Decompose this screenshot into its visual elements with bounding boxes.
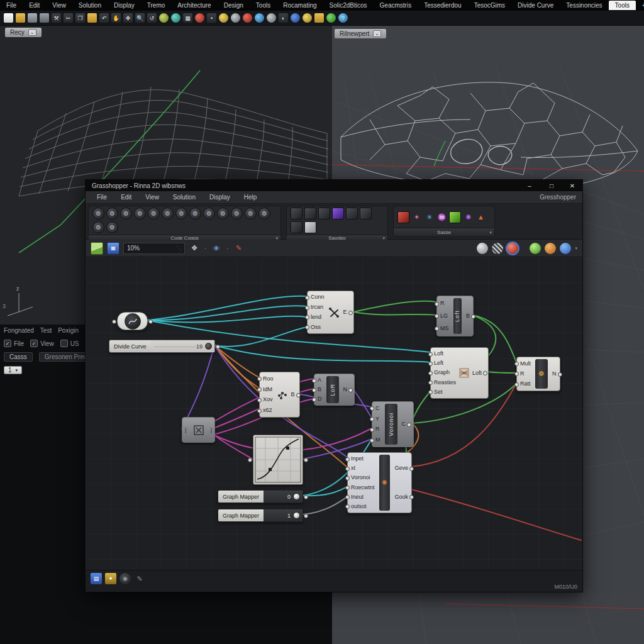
pen-icon[interactable]: ✎ bbox=[134, 573, 145, 584]
slider-knob[interactable] bbox=[293, 512, 300, 519]
big-voronoi-component[interactable]: Inpet xt Voronoi Roecwtnt Ineut outsot ✺… bbox=[347, 452, 412, 513]
gear-icon[interactable]: ⚙ bbox=[217, 208, 229, 219]
export-image-icon[interactable] bbox=[91, 242, 103, 255]
shaded-preview-icon[interactable] bbox=[492, 243, 503, 254]
component-icon[interactable] bbox=[346, 208, 358, 219]
input-port[interactable]: outsot bbox=[351, 503, 375, 510]
close-button[interactable]: ✕ bbox=[564, 180, 581, 191]
input-port[interactable]: Reasties bbox=[434, 379, 456, 386]
sketch-pen-icon[interactable]: ✎ bbox=[233, 243, 245, 254]
input-port[interactable]: Roecwtnt bbox=[351, 484, 375, 491]
graph-mapper-panel[interactable] bbox=[253, 435, 303, 485]
output-port[interactable]: N bbox=[343, 386, 348, 393]
output-port[interactable]: Gook bbox=[394, 494, 408, 501]
rotate-icon[interactable]: ↺ bbox=[147, 13, 157, 23]
gh-menu-view[interactable]: View bbox=[139, 192, 165, 202]
menu-design[interactable]: Design bbox=[218, 1, 250, 10]
input-port[interactable]: x62 bbox=[263, 407, 274, 414]
help-icon[interactable]: ? bbox=[338, 13, 348, 23]
preview-green-icon[interactable] bbox=[530, 243, 541, 254]
graph-mapper-slider-1[interactable]: Graph Mapper 0 bbox=[218, 490, 303, 503]
output-port[interactable]: Geve bbox=[394, 465, 408, 472]
component-icon[interactable]: ✳ bbox=[424, 212, 435, 223]
gear-icon[interactable]: ⚙ bbox=[245, 208, 257, 219]
record-icon[interactable]: ◉ bbox=[119, 573, 131, 584]
maximize-button[interactable]: □ bbox=[543, 180, 560, 191]
minimize-button[interactable]: – bbox=[521, 180, 538, 191]
gear-icon[interactable]: ⚙ bbox=[148, 208, 160, 219]
extrude-icon[interactable] bbox=[231, 13, 240, 23]
component-icon[interactable] bbox=[318, 208, 330, 219]
output-port[interactable]: B bbox=[466, 313, 470, 319]
scissors-icon[interactable]: ✂ bbox=[64, 13, 73, 23]
undo-icon[interactable]: ↶ bbox=[99, 13, 109, 23]
input-port[interactable]: Ratt bbox=[520, 380, 531, 387]
menu-solution[interactable]: Solution bbox=[72, 1, 108, 10]
panel-tab-poxigin[interactable]: Poxigin bbox=[58, 327, 79, 334]
chevron-down-icon[interactable]: ▾ bbox=[575, 246, 577, 251]
globe-icon[interactable] bbox=[255, 13, 264, 23]
slider-knob[interactable] bbox=[205, 343, 212, 350]
input-port[interactable]: Inpet bbox=[351, 455, 375, 462]
component-icon[interactable] bbox=[304, 221, 316, 233]
curve-param-component[interactable] bbox=[117, 312, 148, 330]
input-port[interactable]: Conn bbox=[311, 294, 325, 301]
menu-display[interactable]: Display bbox=[108, 1, 141, 10]
gear-icon[interactable]: ⚙ bbox=[120, 208, 132, 219]
input-port[interactable]: Roo bbox=[263, 375, 274, 382]
chevron-down-icon[interactable]: ⌄ bbox=[373, 30, 381, 37]
input-port[interactable]: Set bbox=[434, 389, 456, 396]
menu-edit[interactable]: Edit bbox=[23, 1, 46, 10]
component-icon[interactable] bbox=[332, 208, 344, 219]
gear-icon[interactable]: ⚙ bbox=[106, 221, 118, 233]
print-icon[interactable] bbox=[40, 13, 49, 23]
chevron-down-icon[interactable]: ⌄ bbox=[28, 29, 36, 36]
x-small-component[interactable]: | | bbox=[182, 417, 215, 443]
move-icon[interactable]: ✥ bbox=[123, 13, 133, 23]
menu-view[interactable]: View bbox=[46, 1, 72, 10]
input-port[interactable]: Y bbox=[375, 416, 380, 423]
gear-icon[interactable]: ⚙ bbox=[134, 208, 146, 219]
curve-icon[interactable] bbox=[195, 13, 204, 23]
component-icon[interactable] bbox=[449, 211, 461, 223]
component-icon[interactable] bbox=[360, 208, 372, 219]
menu-tools[interactable]: Tools bbox=[250, 1, 277, 10]
wireframe-preview-icon[interactable] bbox=[477, 243, 488, 254]
gh-canvas[interactable]: Divide Curve 19 Conn trcan lend Oss E bbox=[86, 257, 582, 570]
input-port[interactable]: Graph bbox=[434, 369, 456, 376]
input-port[interactable]: R bbox=[440, 300, 449, 307]
gh-menu-help[interactable]: Help bbox=[238, 192, 264, 202]
layer-dropdown[interactable]: 1 ▾ bbox=[4, 366, 22, 374]
slider-knob[interactable] bbox=[293, 493, 300, 500]
lamp-icon[interactable] bbox=[219, 13, 228, 23]
preview-eye-icon[interactable]: 👁 bbox=[211, 243, 222, 254]
input-port[interactable]: Xov bbox=[263, 396, 274, 403]
sphere-icon[interactable] bbox=[159, 13, 169, 23]
input-port[interactable]: Mult bbox=[520, 360, 531, 367]
menu-file[interactable]: File bbox=[0, 1, 23, 10]
pan-hand-icon[interactable]: ✋ bbox=[111, 13, 121, 23]
component-icon[interactable] bbox=[291, 221, 303, 233]
checkbox-file[interactable]: ✓ File bbox=[4, 340, 24, 347]
shade-icon[interactable] bbox=[267, 13, 276, 23]
annotate-icon[interactable] bbox=[303, 13, 312, 23]
input-port[interactable]: A bbox=[318, 377, 322, 384]
zoom-level-dropdown[interactable]: 10% ⋱ bbox=[123, 243, 185, 254]
rendered-preview-icon[interactable] bbox=[507, 243, 518, 254]
save-icon[interactable] bbox=[28, 13, 37, 23]
menu-rocamating[interactable]: Rocamating bbox=[277, 1, 323, 10]
preview-orange-icon[interactable] bbox=[545, 243, 556, 254]
menu-tessinoncies[interactable]: Tessinoncies bbox=[560, 1, 608, 10]
output-port[interactable]: E bbox=[343, 309, 347, 316]
input-port[interactable]: R bbox=[375, 426, 380, 433]
input-port[interactable]: lend bbox=[311, 314, 325, 321]
panel-tab-fongnated[interactable]: Fongnated bbox=[4, 327, 34, 334]
input-port[interactable]: MS bbox=[440, 325, 449, 332]
grid-icon[interactable]: ▦ bbox=[183, 13, 192, 23]
component-icon[interactable]: ✺ bbox=[463, 212, 474, 223]
ab-component[interactable]: A B D LoR N bbox=[314, 374, 355, 406]
output-port[interactable]: Loft bbox=[472, 370, 482, 377]
output-port[interactable]: N bbox=[552, 370, 557, 377]
chevron-down-icon[interactable]: ▾ bbox=[489, 230, 492, 235]
loft-big-component[interactable]: Loft Left Graph Reasties Set Loft bbox=[430, 347, 489, 399]
